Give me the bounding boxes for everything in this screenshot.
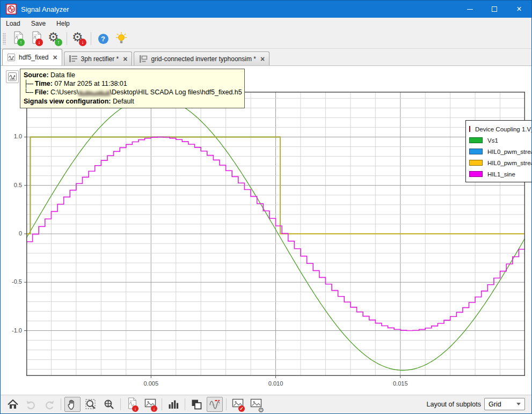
legend-swatch: [469, 137, 483, 143]
signals-tree-toggle-button[interactable]: [6, 70, 19, 83]
question-mark-icon: ?: [98, 34, 108, 44]
tab-close-icon[interactable]: ×: [260, 55, 265, 63]
scope-view-button[interactable]: [207, 397, 223, 412]
apply-view-button[interactable]: ✓: [230, 397, 246, 412]
minimize-button[interactable]: [457, 1, 482, 18]
tab-hdf5-fixed[interactable]: hdf5_fixed×: [2, 49, 62, 65]
tab-close-icon[interactable]: ×: [53, 53, 57, 62]
waveform-doc-icon: [7, 53, 16, 62]
undo-icon: [25, 398, 38, 411]
tooltip-config-line: Signals view configuration: Default: [24, 97, 241, 106]
pan-button[interactable]: [64, 397, 81, 412]
top-toolbar: ↑↓⚙↑⚙↓?: [1, 29, 531, 49]
redacted-username: ▆▄▆▅▄▅▆▄▆: [78, 90, 110, 95]
overlap-squares-icon: [190, 398, 203, 411]
toolbar-separator: [61, 398, 61, 410]
maximize-button[interactable]: [482, 1, 507, 18]
tab-bar: hdf5_fixed×3ph rectifier *×grid-connecte…: [1, 49, 531, 66]
tab-grid-connected-inverter-typhoonsim[interactable]: grid-connected inverter typhoonsim *×: [134, 51, 269, 65]
x-axis-tick-label: 0.015: [387, 380, 414, 387]
schematic-model-icon: [139, 55, 148, 63]
help-button[interactable]: ?: [94, 30, 112, 47]
toolbar-separator: [226, 398, 227, 410]
home-icon: [6, 398, 19, 411]
legend-swatch: [469, 149, 483, 154]
pan-hand-icon: [66, 398, 79, 411]
legend-entry: Vs1: [469, 135, 532, 146]
arrow-down-badge-icon: ↓: [132, 405, 139, 412]
tooltip-source-line: Source: Data file: [24, 71, 241, 79]
legend-swatch: [469, 160, 483, 166]
schematic-icon: [69, 55, 78, 63]
minimize-icon: [467, 9, 473, 10]
legend-label: HIL1_sine: [487, 171, 515, 178]
y-axis-tick-label: 1.0: [2, 133, 22, 139]
histogram-button[interactable]: [165, 397, 181, 412]
zoom-pan-button[interactable]: [101, 397, 117, 412]
redo-button[interactable]: [41, 397, 57, 412]
tips-button[interactable]: [113, 30, 130, 47]
legend-entry: HIL1_sine: [469, 168, 532, 180]
menu-bar: LoadSaveHelp: [1, 18, 531, 29]
legend-entry: HIL0_pwm_stream1: [469, 157, 532, 168]
legend-entry: Device Coupling 1.V_msr: [469, 123, 532, 135]
legend-label: Vs1: [487, 137, 498, 144]
toolbar-separator: [120, 398, 121, 410]
tab-close-icon[interactable]: ×: [123, 55, 127, 63]
home-button[interactable]: [5, 397, 21, 412]
subplot-overlap-button[interactable]: [188, 397, 205, 412]
redo-icon: [43, 398, 56, 411]
legend-box[interactable]: Device Coupling 1.V_msrVs1HIL0_pwm_strea…: [465, 120, 532, 182]
toolbar-separator: [91, 32, 91, 45]
y-axis-tick-label: -1.0: [2, 327, 22, 334]
zoom-pan-icon: [103, 398, 115, 411]
check-badge-icon: ✓: [238, 405, 245, 412]
tooltip-file-line: └--- File: C:\Users\▆▄▆▅▄▅▆▄▆\Desktop\HI…: [24, 88, 241, 97]
zoom-rect-button[interactable]: [83, 397, 99, 412]
arrow-down-badge-icon: ↓: [151, 405, 157, 412]
save-configuration-button[interactable]: ⚙↓: [70, 30, 88, 47]
title-bar[interactable]: Signal Analyzer ×: [1, 1, 531, 18]
figure-area: Device Coupling 1.V_msrVs1HIL0_pwm_strea…: [1, 66, 531, 396]
y-axis-tick-label: -0.5: [2, 278, 22, 285]
layout-selected-value: Grid: [489, 401, 501, 408]
arrow-down-badge-icon: ↓: [79, 39, 86, 46]
save-signals-file-button[interactable]: ↓: [28, 30, 45, 47]
zoom-to-rectangle-icon: [84, 398, 97, 411]
tab-3ph-rectifier[interactable]: 3ph rectifier *×: [64, 51, 133, 65]
source-tooltip: Source: Data file ├--- Time: 07 Mar 2025…: [20, 69, 245, 108]
tab-label: 3ph rectifier *: [81, 55, 119, 63]
chevron-down-icon: [516, 403, 521, 405]
arrow-down-badge-icon: ↓: [35, 39, 43, 46]
window-title: Signal Analyzer: [21, 5, 69, 13]
toolbar-grip-handle[interactable]: [3, 33, 6, 45]
toolbar-separator: [67, 32, 67, 45]
layout-of-subplots-select[interactable]: Grid: [484, 398, 525, 410]
export-data-button[interactable]: ↓: [124, 397, 140, 412]
maximize-icon: [492, 6, 497, 12]
legend-label: HIL0_pwm_stream1: [487, 160, 532, 166]
close-icon: ×: [516, 5, 521, 13]
waveform-icon: [8, 72, 17, 82]
menu-load[interactable]: Load: [1, 18, 26, 29]
view-settings-button[interactable]: ⚙: [248, 397, 264, 412]
toolbar-separator: [185, 398, 185, 410]
menu-save[interactable]: Save: [26, 18, 51, 29]
menu-help[interactable]: Help: [51, 18, 75, 29]
undo-button[interactable]: [23, 397, 39, 412]
plot-canvas[interactable]: [24, 92, 525, 379]
close-button[interactable]: ×: [507, 1, 531, 18]
x-axis-tick-label: 0.005: [137, 380, 164, 387]
plot-area[interactable]: Device Coupling 1.V_msrVs1HIL0_pwm_strea…: [26, 92, 525, 376]
layout-of-subplots-label: Layout of subplots: [427, 401, 481, 408]
load-signals-file-button[interactable]: ↑: [10, 30, 27, 47]
gear-badge-icon: ⚙: [258, 406, 264, 413]
arrow-up-badge-icon: ↑: [17, 39, 25, 46]
toolbar-separator: [162, 398, 162, 410]
y-axis-tick-label: 0.5: [2, 182, 22, 188]
tooltip-time-line: ├--- Time: 07 Mar 2025 at 11:38:01: [24, 79, 241, 88]
load-configuration-button[interactable]: ⚙↑: [46, 30, 63, 47]
save-image-button[interactable]: ↓: [142, 397, 158, 412]
legend-entry: HIL0_pwm_stream: [469, 146, 532, 157]
bar-chart-icon: [167, 398, 180, 411]
